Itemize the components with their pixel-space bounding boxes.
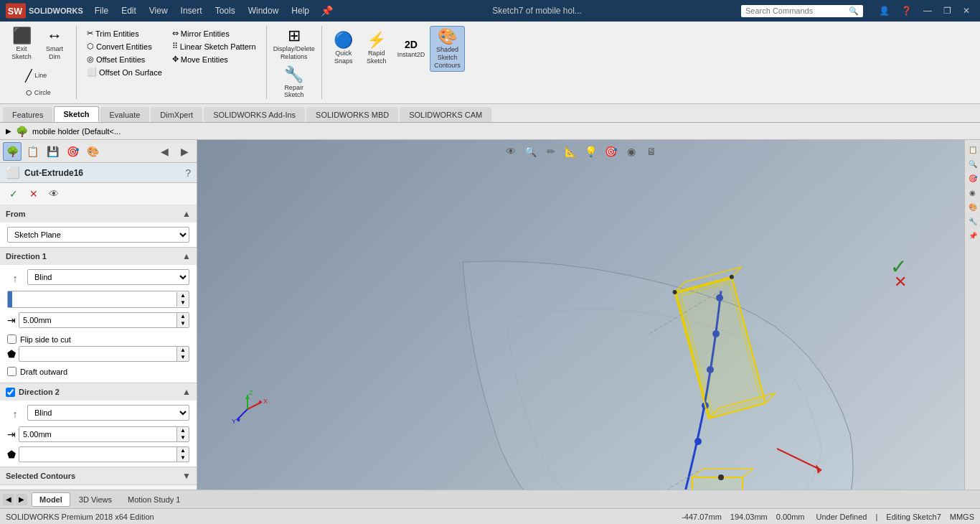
right-btn-7[interactable]: 📌 — [966, 229, 979, 242]
viewport-cancel-button[interactable]: ✕ — [894, 273, 907, 291]
view-orient-icon[interactable]: 👁 — [502, 143, 519, 160]
help-icon[interactable]: ❓ — [897, 4, 916, 17]
offset-entities-button[interactable]: ◎ Offset Entities — [84, 53, 165, 65]
view-hide-show-icon[interactable]: 🎯 — [603, 143, 620, 160]
right-btn-2[interactable]: 🔍 — [966, 157, 979, 170]
direction1-type-select[interactable]: BlindThrough AllThrough All - BothUp To … — [27, 269, 189, 285]
view-section-icon[interactable]: ✏ — [542, 143, 560, 160]
direction2-enable-checkbox[interactable] — [6, 388, 15, 397]
right-btn-5[interactable]: 🎨 — [966, 200, 979, 213]
move-entities-button[interactable]: ✥ Move Entities — [169, 53, 259, 65]
panel-help-icon[interactable]: ? — [185, 167, 191, 179]
linear-pattern-icon: ⠿ — [172, 42, 178, 51]
view-display-icon[interactable]: 📐 — [562, 143, 580, 160]
linear-sketch-pattern-button[interactable]: ⠿ Linear Sketch Pattern — [169, 40, 259, 52]
restore-button[interactable]: ❐ — [939, 4, 956, 17]
pin-icon[interactable]: 📌 — [321, 5, 333, 17]
dir2-draft-up[interactable]: ▲ — [177, 447, 189, 454]
dim-xpert-icon-btn[interactable]: 🎯 — [63, 142, 82, 161]
direction1-text-input[interactable] — [12, 294, 176, 305]
smart-dimension-button[interactable]: ↔ Smart Dim — [39, 26, 70, 63]
feature-tree-expand-arrow[interactable]: ▶ — [6, 127, 11, 135]
instant2d-button[interactable]: 2D Instant2D — [394, 37, 429, 61]
circle-button[interactable]: ○ Circle — [22, 85, 54, 100]
menu-insert[interactable]: Insert — [175, 4, 208, 17]
from-section-header[interactable]: From ▲ — [0, 205, 197, 223]
tab-sketch[interactable]: Sketch — [54, 106, 98, 122]
exit-sketch-button[interactable]: ⬛ Exit Sketch — [6, 26, 37, 63]
tab-mbd[interactable]: SOLIDWORKS MBD — [306, 107, 398, 122]
search-box[interactable]: 🔍 — [741, 5, 863, 17]
panel-next-btn[interactable]: ▶ — [175, 142, 194, 161]
flip-side-checkbox[interactable] — [7, 334, 17, 344]
property-manager-icon-btn[interactable]: 📋 — [23, 142, 42, 161]
direction1-depth-value[interactable]: 5.00mm — [19, 314, 176, 326]
selected-contours-header[interactable]: Selected Contours ▼ — [0, 467, 197, 485]
direction1-spin-up[interactable]: ▲ — [177, 292, 189, 299]
bottom-prev-button[interactable]: ◀ — [3, 494, 14, 505]
config-manager-icon-btn[interactable]: 💾 — [43, 142, 62, 161]
direction1-spin-down[interactable]: ▼ — [177, 299, 189, 307]
close-button[interactable]: ✕ — [958, 4, 974, 17]
repair-sketch-button[interactable]: 🔧 RepairSketch — [278, 65, 310, 102]
line-button[interactable]: ╱ Line — [22, 67, 54, 84]
tab-features[interactable]: Features — [3, 107, 52, 122]
bottom-tab-3dviews[interactable]: 3D Views — [72, 493, 119, 506]
menu-help[interactable]: Help — [286, 4, 315, 17]
cancel-button[interactable]: ✕ — [26, 186, 42, 202]
menu-tools[interactable]: Tools — [209, 4, 241, 17]
display-delete-relations-button[interactable]: ⊞ Display/DeleteRelations — [273, 26, 316, 63]
right-btn-1[interactable]: 📋 — [966, 143, 979, 156]
toolbar: ⬛ Exit Sketch ↔ Smart Dim ╱ Line ○ Circl… — [0, 22, 980, 104]
dir2-spin-down[interactable]: ▼ — [177, 434, 189, 441]
draft-value[interactable] — [19, 348, 176, 360]
view-zoom-icon[interactable]: 🔍 — [522, 143, 540, 160]
draft-spin-up[interactable]: ▲ — [177, 347, 189, 354]
trim-entities-button[interactable]: ✂ Trim Entities — [84, 27, 165, 39]
viewport[interactable]: 👁 🔍 ✏ 📐 💡 🎯 ◉ 🖥 — [197, 140, 964, 490]
mirror-entities-button[interactable]: ⇔ Mirror Entities — [169, 27, 259, 39]
menu-view[interactable]: View — [143, 4, 174, 17]
bottom-next-button[interactable]: ▶ — [16, 494, 27, 505]
depth-spin-down[interactable]: ▼ — [177, 320, 189, 327]
menu-window[interactable]: Window — [242, 4, 285, 17]
direction2-type-select[interactable]: BlindThrough AllUp To NextUp To VertexUp… — [27, 405, 189, 421]
depth-spin-up[interactable]: ▲ — [177, 313, 189, 320]
user-icon[interactable]: 👤 — [875, 4, 894, 17]
offset-surface-button[interactable]: ⬜ Offset On Surface — [84, 66, 165, 78]
right-btn-6[interactable]: 🔧 — [966, 215, 979, 228]
direction1-section-header[interactable]: Direction 1 ▲ — [0, 248, 197, 265]
quick-snaps-button[interactable]: 🔵 QuickSnaps — [328, 30, 359, 67]
convert-entities-button[interactable]: ⬡ Convert Entities — [84, 40, 165, 52]
direction2-section-header[interactable]: Direction 2 ▲ — [0, 383, 197, 401]
direction2-depth-value[interactable]: 5.00mm — [19, 429, 176, 440]
search-input[interactable] — [745, 6, 846, 15]
dir2-draft-down[interactable]: ▼ — [177, 454, 189, 462]
confirm-button[interactable]: ✓ — [6, 186, 22, 202]
direction2-draft-value[interactable] — [19, 449, 176, 460]
tab-dimxpert[interactable]: DimXpert — [151, 107, 202, 122]
feature-tree-icon-btn[interactable]: 🌳 — [3, 142, 22, 161]
right-btn-3[interactable]: 🎯 — [966, 172, 979, 184]
tab-evaluate[interactable]: Evaluate — [100, 107, 150, 122]
rapid-sketch-button[interactable]: ⚡ RapidSketch — [361, 30, 392, 67]
tab-cam[interactable]: SOLIDWORKS CAM — [400, 107, 491, 122]
dir2-spin-up[interactable]: ▲ — [177, 427, 189, 434]
shaded-sketch-contours-button[interactable]: 🎨 ShadedSketchContours — [430, 26, 465, 72]
display-manager-icon-btn[interactable]: 🎨 — [83, 142, 102, 161]
view-scene-icon[interactable]: 🖥 — [643, 143, 660, 160]
from-select[interactable]: Sketch PlaneSurface/Face/PlaneVertexOffs… — [7, 227, 189, 243]
menu-file[interactable]: File — [89, 4, 114, 17]
view-lights-icon[interactable]: 💡 — [583, 143, 600, 160]
menu-edit[interactable]: Edit — [116, 4, 142, 17]
draft-outward-checkbox[interactable] — [7, 367, 17, 376]
preview-button[interactable]: 👁 — [46, 186, 62, 202]
right-btn-4[interactable]: ◉ — [966, 186, 979, 199]
tab-add-ins[interactable]: SOLIDWORKS Add-Ins — [204, 107, 305, 122]
bottom-tab-model[interactable]: Model — [32, 492, 70, 507]
view-appearance-icon[interactable]: ◉ — [623, 143, 640, 160]
bottom-tab-motion[interactable]: Motion Study 1 — [121, 493, 187, 506]
draft-spin-down[interactable]: ▼ — [177, 354, 189, 361]
panel-prev-btn[interactable]: ◀ — [155, 142, 174, 161]
minimize-button[interactable]: — — [919, 4, 936, 17]
